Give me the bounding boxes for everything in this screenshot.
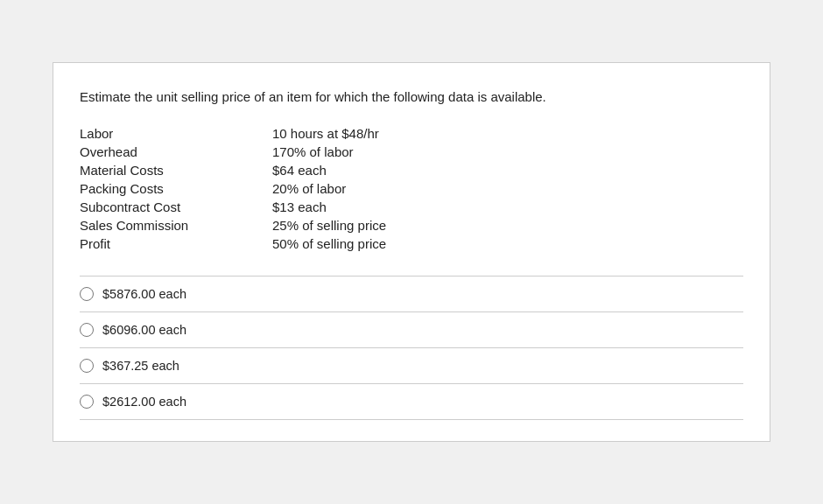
data-row-label: Sales Commission xyxy=(80,218,272,233)
question-card: Estimate the unit selling price of an it… xyxy=(53,62,770,443)
radio-circle-icon xyxy=(80,359,94,373)
question-text: Estimate the unit selling price of an it… xyxy=(80,88,743,108)
data-row-label: Overhead xyxy=(80,144,272,159)
option-item-4[interactable]: $2612.00 each xyxy=(80,384,743,420)
data-row: Profit50% of selling price xyxy=(80,236,743,251)
option-item-2[interactable]: $6096.00 each xyxy=(80,312,743,348)
data-row-value: 20% of labor xyxy=(272,181,346,196)
option-label: $5876.00 each xyxy=(102,287,186,301)
data-row-value: 10 hours at $48/hr xyxy=(272,126,379,141)
radio-circle-icon xyxy=(80,323,94,337)
data-row: Material Costs$64 each xyxy=(80,163,743,178)
data-table: Labor10 hours at $48/hrOverhead170% of l… xyxy=(80,126,743,251)
data-row-value: 50% of selling price xyxy=(272,236,386,251)
data-row-value: 170% of labor xyxy=(272,144,354,159)
data-row-value: 25% of selling price xyxy=(272,218,386,233)
option-label: $2612.00 each xyxy=(102,395,186,409)
data-row-label: Labor xyxy=(80,126,272,141)
radio-circle-icon xyxy=(80,287,94,301)
data-row-value: $13 each xyxy=(272,200,327,214)
data-row: Subcontract Cost$13 each xyxy=(80,200,743,214)
data-row: Sales Commission25% of selling price xyxy=(80,218,743,233)
data-row: Packing Costs20% of labor xyxy=(80,181,743,196)
data-row-value: $64 each xyxy=(272,163,327,178)
option-item-1[interactable]: $5876.00 each xyxy=(80,276,743,312)
data-row-label: Material Costs xyxy=(80,163,272,178)
option-label: $6096.00 each xyxy=(102,323,186,337)
option-item-3[interactable]: $367.25 each xyxy=(80,348,743,384)
data-row-label: Subcontract Cost xyxy=(80,200,272,214)
option-label: $367.25 each xyxy=(102,359,179,373)
data-row-label: Packing Costs xyxy=(80,181,272,196)
data-row-label: Profit xyxy=(80,236,272,251)
radio-circle-icon xyxy=(80,395,94,409)
data-row: Labor10 hours at $48/hr xyxy=(80,126,743,141)
data-row: Overhead170% of labor xyxy=(80,144,743,159)
options-section: $5876.00 each$6096.00 each$367.25 each$2… xyxy=(80,276,743,420)
